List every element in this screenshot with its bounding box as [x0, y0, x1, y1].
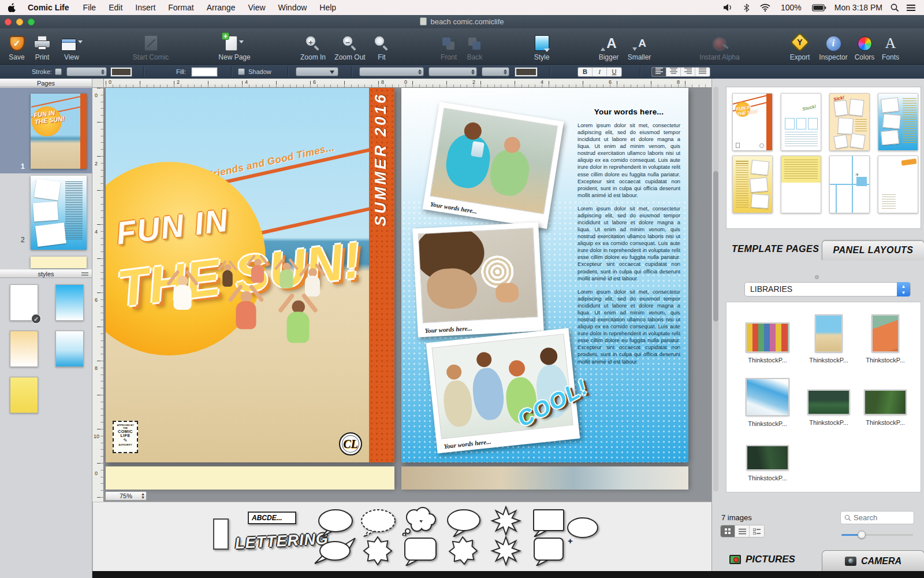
- zoom-in-button[interactable]: +Zoom In: [296, 32, 330, 61]
- font-style-dropdown[interactable]: [429, 67, 477, 76]
- fill-color-well[interactable]: [192, 68, 217, 76]
- align-left-button[interactable]: [652, 68, 666, 76]
- polaroid-caption[interactable]: Your words here...: [444, 438, 491, 450]
- menu-help[interactable]: Help: [319, 3, 336, 12]
- smaller-button[interactable]: ASmaller: [624, 32, 655, 61]
- template-thumbnail-3[interactable]: Sick!: [829, 93, 870, 151]
- colors-button[interactable]: Colors: [851, 32, 878, 61]
- stroke-style-dropdown[interactable]: [66, 67, 107, 76]
- cover-spine[interactable]: SUMMER 2016: [369, 88, 394, 462]
- menu-view[interactable]: View: [248, 3, 265, 12]
- instant-alpha-button[interactable]: Instant Alpha: [691, 32, 748, 61]
- tab-panel-layouts[interactable]: PANEL LAYOUTS: [822, 240, 924, 260]
- template-thumbnail-8[interactable]: [878, 155, 918, 213]
- menu-app-name[interactable]: Comic Life: [28, 3, 69, 12]
- libraries-dropdown[interactable]: LIBRARIES▲▼: [744, 282, 911, 297]
- spiky-burst-balloon[interactable]: [485, 536, 527, 566]
- rounded-square-balloon[interactable]: [527, 536, 570, 566]
- page1-thumbnail[interactable]: FUN INTHE SUN!: [31, 94, 87, 169]
- tab-camera[interactable]: CAMERA: [822, 550, 924, 571]
- line-width-picker[interactable]: [296, 67, 338, 76]
- style-swatch-blue-top[interactable]: [55, 284, 84, 321]
- back-button[interactable]: Back: [462, 32, 487, 61]
- page2-thumbnail[interactable]: [31, 176, 87, 250]
- pages-panel-header[interactable]: Pages: [0, 79, 92, 87]
- template-thumbnail-1[interactable]: FUN INTHE SUN: [732, 93, 773, 151]
- wifi-icon[interactable]: [760, 3, 770, 12]
- bold-button[interactable]: B: [578, 68, 593, 76]
- library-image-4[interactable]: ThinkstockP...: [743, 379, 792, 427]
- menu-file[interactable]: File: [83, 3, 96, 12]
- save-button[interactable]: ✓Save: [5, 32, 29, 61]
- thought-balloon-cloud[interactable]: [399, 506, 442, 536]
- style-swatch-yellow[interactable]: [10, 377, 38, 413]
- library-image-7[interactable]: ThinkstockP...: [743, 446, 792, 481]
- template-thumbnail-7[interactable]: ✈: [829, 155, 870, 213]
- menu-clock[interactable]: Mon 3:18 PM: [834, 3, 882, 12]
- stroke-checkbox[interactable]: [55, 68, 62, 75]
- square-balloon[interactable]: [527, 507, 570, 537]
- comic-page-1[interactable]: Sand, Sea, Friends and Good Times... FUN…: [106, 88, 394, 462]
- template-thumbnail-4[interactable]: [878, 93, 918, 151]
- menu-arrange[interactable]: Arrange: [207, 3, 236, 12]
- styles-panel-header[interactable]: styles: [0, 269, 92, 278]
- zoom-stepper-icon[interactable]: ▲▼: [141, 492, 145, 499]
- menu-insert[interactable]: Insert: [135, 3, 155, 12]
- search-input[interactable]: [854, 513, 906, 522]
- whisper-balloon-dashed[interactable]: [356, 507, 399, 537]
- polaroid-photo-2[interactable]: Your words here...: [412, 222, 544, 337]
- text-color-well[interactable]: [515, 68, 537, 76]
- template-thumbnail-2[interactable]: Stuck!: [781, 93, 821, 151]
- start-comic-button[interactable]: Start Comic: [124, 32, 177, 61]
- panel-grip-icon[interactable]: [81, 272, 88, 276]
- list-view-button[interactable]: [735, 525, 750, 537]
- italic-button[interactable]: I: [593, 68, 607, 76]
- underline-button[interactable]: U: [607, 68, 621, 76]
- fuzzy-balloon[interactable]: [442, 536, 485, 566]
- page-text-column[interactable]: Your words here... Lorem ipsum dolor sit…: [578, 108, 680, 372]
- menu-edit[interactable]: Edit: [109, 3, 122, 12]
- splitter-grab-icon[interactable]: [815, 275, 819, 279]
- style-button[interactable]: Style: [528, 32, 556, 61]
- shout-balloon-double-tail[interactable]: [314, 536, 356, 566]
- template-thumbnail-5[interactable]: [732, 155, 773, 213]
- detail-view-button[interactable]: [750, 525, 764, 537]
- menu-window[interactable]: Window: [278, 3, 307, 12]
- zoom-out-button[interactable]: −Zoom Out: [332, 32, 368, 61]
- font-family-dropdown[interactable]: [359, 67, 424, 76]
- align-justify-button[interactable]: [695, 68, 710, 76]
- next-page-left-partial[interactable]: [106, 466, 394, 490]
- zigzag-balloon[interactable]: [356, 536, 399, 566]
- style-swatch-blue-bottom[interactable]: [55, 331, 84, 367]
- fonts-button[interactable]: AFonts: [878, 32, 903, 61]
- bigger-button[interactable]: ABigger: [595, 32, 623, 61]
- library-image-5[interactable]: ThinkstockP...: [804, 390, 854, 426]
- inspector-button[interactable]: iInspector: [815, 32, 851, 61]
- style-swatch-cream[interactable]: [10, 331, 38, 367]
- spotlight-search-icon[interactable]: [891, 3, 899, 12]
- polaroid-caption[interactable]: Your words here...: [424, 325, 472, 334]
- blank-panel-shape[interactable]: [213, 518, 229, 550]
- library-image-6[interactable]: ThinkstockP...: [860, 390, 910, 426]
- volume-icon[interactable]: [723, 3, 733, 12]
- next-page-right-partial[interactable]: [401, 466, 688, 490]
- page3-thumbnail[interactable]: [31, 257, 87, 268]
- align-center-button[interactable]: [666, 68, 681, 76]
- thumbnail-size-slider[interactable]: [841, 531, 913, 539]
- style-swatch-white[interactable]: ✓: [10, 284, 38, 321]
- tab-pictures[interactable]: PICTURES: [729, 554, 795, 565]
- bluetooth-icon[interactable]: [743, 3, 750, 12]
- tab-template-pages[interactable]: TEMPLATE PAGES: [732, 244, 819, 254]
- library-image-2[interactable]: ThinkstockP...: [804, 315, 854, 364]
- align-right-button[interactable]: [681, 68, 695, 76]
- speech-balloon-oval-2[interactable]: [442, 507, 485, 537]
- front-button[interactable]: Front: [435, 32, 463, 61]
- zoom-level-control[interactable]: 75%▲▼: [105, 491, 147, 501]
- comic-page-2[interactable]: Your words here... Your words here...: [401, 88, 688, 462]
- new-page-button[interactable]: +New Page: [208, 32, 261, 61]
- print-button[interactable]: Print: [30, 32, 54, 61]
- notification-center-icon[interactable]: [906, 4, 916, 12]
- library-image-3[interactable]: ThinkstockP...: [860, 315, 910, 364]
- shadow-checkbox[interactable]: [238, 68, 245, 75]
- burst-balloon[interactable]: [485, 506, 527, 536]
